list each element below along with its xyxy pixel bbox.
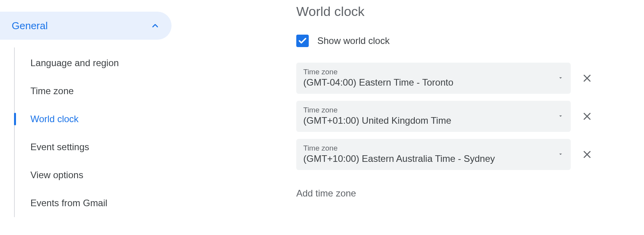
sidebar-item-event-settings[interactable]: Event settings xyxy=(15,133,172,161)
timezone-row: Time zone (GMT+10:00) Eastern Australia … xyxy=(296,139,593,170)
timezone-value: (GMT+10:00) Eastern Australia Time - Syd… xyxy=(303,153,495,164)
sidebar-section-label: General xyxy=(12,20,48,32)
section-title: World clock xyxy=(296,4,593,19)
sidebar-item-label: View options xyxy=(30,170,83,180)
timezone-select[interactable]: Time zone (GMT+01:00) United Kingdom Tim… xyxy=(296,101,571,132)
caret-down-icon xyxy=(557,75,564,81)
timezone-field-label: Time zone xyxy=(303,106,451,114)
timezone-select-text: Time zone (GMT+10:00) Eastern Australia … xyxy=(303,144,495,164)
remove-timezone-button[interactable] xyxy=(582,111,593,122)
timezone-field-label: Time zone xyxy=(303,144,495,153)
timezone-select-text: Time zone (GMT+01:00) United Kingdom Tim… xyxy=(303,106,451,126)
sidebar-item-label: Event settings xyxy=(30,142,89,152)
sidebar-item-label: Language and region xyxy=(30,58,119,68)
sidebar-item-language-and-region[interactable]: Language and region xyxy=(15,49,172,77)
settings-main: World clock Show world clock Time zone (… xyxy=(296,4,593,199)
sidebar-item-label: World clock xyxy=(30,114,79,124)
timezone-value: (GMT+01:00) United Kingdom Time xyxy=(303,115,451,126)
add-time-zone-button[interactable]: Add time zone xyxy=(296,188,356,199)
remove-timezone-button[interactable] xyxy=(582,149,593,160)
sidebar-section-general[interactable]: General xyxy=(0,12,172,40)
timezone-select-text: Time zone (GMT-04:00) Eastern Time - Tor… xyxy=(303,68,453,88)
timezone-select[interactable]: Time zone (GMT+10:00) Eastern Australia … xyxy=(296,139,571,170)
sidebar-item-label: Time zone xyxy=(30,86,74,96)
caret-down-icon xyxy=(557,113,564,119)
show-world-clock-label: Show world clock xyxy=(317,35,389,46)
sidebar-item-events-from-gmail[interactable]: Events from Gmail xyxy=(15,189,172,217)
remove-timezone-button[interactable] xyxy=(582,73,593,84)
timezone-row: Time zone (GMT+01:00) United Kingdom Tim… xyxy=(296,101,593,132)
close-icon xyxy=(582,149,592,160)
sidebar-item-time-zone[interactable]: Time zone xyxy=(15,77,172,105)
sidebar-item-world-clock[interactable]: World clock xyxy=(15,105,172,133)
timezone-select[interactable]: Time zone (GMT-04:00) Eastern Time - Tor… xyxy=(296,63,571,94)
sidebar-item-label: Events from Gmail xyxy=(30,198,107,208)
timezone-row: Time zone (GMT-04:00) Eastern Time - Tor… xyxy=(296,63,593,94)
settings-sidebar: General Language and region Time zone Wo… xyxy=(0,12,172,217)
caret-down-icon xyxy=(557,151,564,157)
sidebar-item-view-options[interactable]: View options xyxy=(15,161,172,189)
close-icon xyxy=(582,111,592,121)
show-world-clock-row: Show world clock xyxy=(296,35,593,47)
timezone-value: (GMT-04:00) Eastern Time - Toronto xyxy=(303,77,453,88)
chevron-up-icon xyxy=(150,21,160,30)
check-icon xyxy=(298,36,307,46)
show-world-clock-checkbox[interactable] xyxy=(296,35,309,47)
sidebar-list: Language and region Time zone World cloc… xyxy=(14,47,172,217)
close-icon xyxy=(582,73,592,83)
timezone-field-label: Time zone xyxy=(303,68,453,76)
